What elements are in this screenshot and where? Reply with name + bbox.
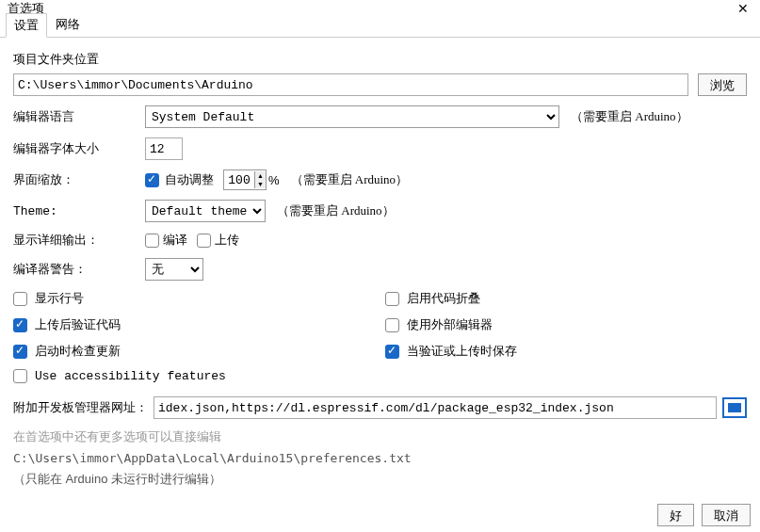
editor-language-label: 编辑器语言 <box>13 108 145 125</box>
expand-urls-icon[interactable] <box>722 397 747 418</box>
auto-scale-label: 自动调整 <box>165 171 214 188</box>
code-folding-label: 启用代码折叠 <box>407 290 480 307</box>
save-verify-label: 当验证或上传时保存 <box>407 343 517 360</box>
interface-scale-label: 界面缩放： <box>13 171 145 188</box>
font-size-input[interactable] <box>145 137 183 160</box>
restart-note: （需要重启 Arduino） <box>277 202 395 219</box>
scale-spinner[interactable]: ▲ ▼ <box>223 169 267 190</box>
cancel-button[interactable]: 取消 <box>702 504 751 526</box>
restart-note: （需要重启 Arduino） <box>571 108 688 125</box>
accessibility-checkbox[interactable] <box>13 369 27 383</box>
save-verify-checkbox[interactable] <box>385 345 399 359</box>
prefs-path[interactable]: C:\Users\immor\AppData\Local\Arduino15\p… <box>13 451 747 465</box>
spin-down-icon[interactable]: ▼ <box>255 180 266 188</box>
verbose-upload-checkbox[interactable] <box>197 234 211 248</box>
external-editor-checkbox[interactable] <box>385 318 399 332</box>
scale-value-input[interactable] <box>224 170 254 189</box>
board-urls-input[interactable] <box>154 396 717 419</box>
restart-note: （需要重启 Arduino） <box>291 171 409 188</box>
verbose-upload-label: 上传 <box>215 232 239 249</box>
ok-button[interactable]: 好 <box>657 504 694 526</box>
editor-language-select[interactable]: System Default <box>145 105 559 128</box>
show-line-numbers-checkbox[interactable] <box>13 292 27 306</box>
theme-label: Theme: <box>13 204 145 218</box>
code-folding-checkbox[interactable] <box>385 292 399 306</box>
verify-upload-label: 上传后验证代码 <box>35 316 121 333</box>
warnings-select[interactable]: 无 <box>145 258 203 281</box>
accessibility-label: Use accessibility features <box>35 369 226 383</box>
external-editor-label: 使用外部编辑器 <box>407 316 493 333</box>
browse-button[interactable]: 浏览 <box>698 73 747 96</box>
auto-scale-checkbox[interactable] <box>145 173 159 187</box>
sketchbook-label: 项目文件夹位置 <box>13 51 747 68</box>
check-updates-label: 启动时检查更新 <box>35 343 121 360</box>
verbose-compile-label: 编译 <box>163 232 187 249</box>
verbose-compile-checkbox[interactable] <box>145 234 159 248</box>
edit-note: （只能在 Arduino 未运行时进行编辑） <box>13 471 747 488</box>
board-urls-label: 附加开发板管理器网址： <box>13 399 148 416</box>
percent-label: % <box>268 173 280 187</box>
verbose-label: 显示详细输出： <box>13 232 145 249</box>
close-icon[interactable]: ✕ <box>734 1 752 16</box>
show-line-numbers-label: 显示行号 <box>35 290 84 307</box>
spin-up-icon[interactable]: ▲ <box>255 171 266 180</box>
more-options-note: 在首选项中还有更多选项可以直接编辑 <box>13 428 747 445</box>
check-updates-checkbox[interactable] <box>13 345 27 359</box>
warnings-label: 编译器警告： <box>13 261 145 278</box>
theme-select[interactable]: Default theme <box>145 200 266 222</box>
tab-network[interactable]: 网络 <box>47 12 89 37</box>
font-size-label: 编辑器字体大小 <box>13 140 145 157</box>
verify-upload-checkbox[interactable] <box>13 318 27 332</box>
tab-settings[interactable]: 设置 <box>6 13 47 38</box>
sketchbook-path-input[interactable] <box>13 73 688 96</box>
